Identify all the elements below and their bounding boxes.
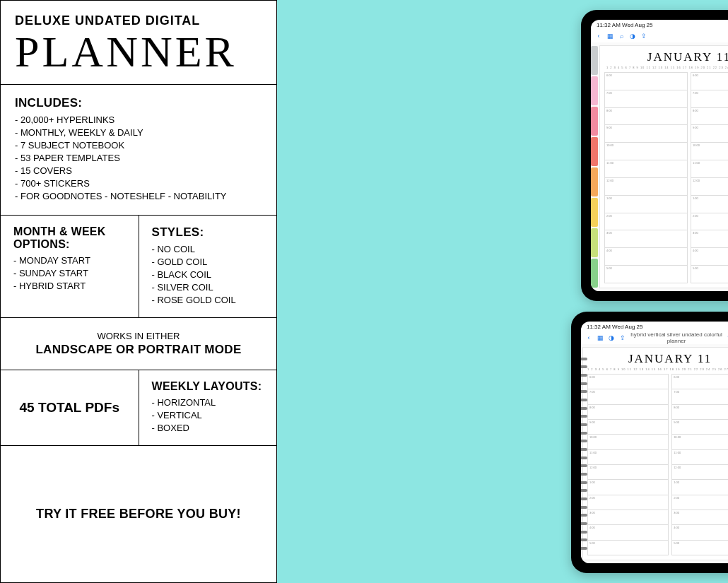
- status-bar: 11:32 AM Wed Aug 25 91%: [581, 322, 728, 331]
- subtitle: DELUXE UNDATED DIGITAL: [15, 13, 262, 28]
- styles-items: - NO COIL - GOLD COIL - BLACK COIL - SIL…: [152, 244, 264, 305]
- grid-icon[interactable]: ▦: [597, 334, 604, 341]
- page-title: JANUARY 11: [587, 352, 728, 366]
- status-time: 11:32 AM Wed Aug 25: [597, 22, 652, 28]
- month-week-heading: MONTH & WEEK OPTIONS:: [13, 225, 126, 251]
- doc-title: hybrid vertical silver undated colorful …: [630, 331, 722, 344]
- weekly-col: WEEKLY LAYOUTS: - HORIZONTAL - VERTICAL …: [139, 370, 277, 445]
- list-item: - 700+ STICKERS: [15, 178, 262, 189]
- ipad-landscape: 11:32 AM Wed Aug 25 91% ‹ ▦ ⌕ ◑ ⇪ monday…: [581, 10, 728, 301]
- screen: 11:32 AM Wed Aug 25 91% ‹ ▦ ⌕ ◑ ⇪ monday…: [591, 20, 728, 291]
- share-icon[interactable]: ⇪: [619, 334, 626, 341]
- mockup-panel: 11:32 AM Wed Aug 25 91% ‹ ▦ ⌕ ◑ ⇪ monday…: [277, 0, 728, 583]
- list-item: - BLACK COIL: [152, 269, 264, 280]
- mode-big: LANDSCAPE OR PORTRAIT MODE: [8, 343, 269, 357]
- list-item: - HYBRID START: [13, 281, 126, 291]
- weekly-heading: WEEKLY LAYOUTS:: [152, 380, 264, 393]
- hour-col: 6:007:008:009:0010:0011:0012:001:002:003…: [587, 374, 669, 555]
- list-item: - BOXED: [152, 423, 264, 433]
- options-styles-section: MONTH & WEEK OPTIONS: - MONDAY START - S…: [1, 216, 276, 318]
- left-sheet: JANUARY 11 1 2 3 4 5 6 7 8 9 10 11 12 13…: [599, 45, 728, 288]
- includes-items: - 20,000+ HYPERLINKS - MONTHLY, WEEKLY &…: [15, 114, 262, 201]
- list-item: - 20,000+ HYPERLINKS: [15, 114, 262, 125]
- list-item: - NO COIL: [152, 244, 264, 254]
- search-icon[interactable]: ⌕: [618, 33, 625, 40]
- list-item: - VERTICAL: [152, 410, 264, 420]
- status-time: 11:32 AM Wed Aug 25: [587, 324, 642, 330]
- ipad-portrait-left: 11:32 AM Wed Aug 25 91% ‹ ▦ ◑ ⇪ hybrid v…: [571, 312, 728, 573]
- list-item: - HORIZONTAL: [152, 397, 264, 408]
- back-icon[interactable]: ‹: [585, 334, 592, 341]
- title-section: DELUXE UNDATED DIGITAL PLANNER: [1, 1, 276, 85]
- styles-heading: STYLES:: [152, 225, 264, 240]
- list-item: - SUNDAY START: [13, 268, 126, 278]
- weekly-items: - HORIZONTAL - VERTICAL - BOXED: [152, 397, 264, 433]
- left-tabs[interactable]: [591, 45, 598, 288]
- list-item: - SILVER COIL: [152, 282, 264, 293]
- try-free: TRY IT FREE BEFORE YOU BUY!: [36, 502, 241, 526]
- screen: 11:32 AM Wed Aug 25 91% ‹ ▦ ◑ ⇪ hybrid v…: [581, 322, 728, 563]
- styles-col: STYLES: - NO COIL - GOLD COIL - BLACK CO…: [139, 216, 277, 317]
- month-week-col: MONTH & WEEK OPTIONS: - MONDAY START - S…: [1, 216, 139, 317]
- list-item: - 53 PAPER TEMPLATES: [15, 153, 262, 163]
- doc-title: monday horizontal no coil undated colorf…: [652, 33, 728, 40]
- mode-section: WORKS IN EITHER LANDSCAPE OR PORTRAIT MO…: [1, 318, 276, 370]
- hour-col: 6:007:008:009:0010:0011:0012:001:002:003…: [604, 72, 688, 283]
- page-title: JANUARY 11: [604, 50, 728, 64]
- list-item: - 15 COVERS: [15, 165, 262, 176]
- total-pdfs: 45 TOTAL PDFs: [20, 387, 119, 429]
- total-weekly-section: 45 TOTAL PDFs WEEKLY LAYOUTS: - HORIZONT…: [1, 370, 276, 446]
- list-item: - MONTHLY, WEEKLY & DAILY: [15, 127, 262, 138]
- includes-heading: INCLUDES:: [15, 96, 262, 110]
- hour-col: 6:007:008:009:0010:0011:0012:001:002:003…: [691, 72, 728, 283]
- sheet: JANUARY 11 1 2 3 4 5 6 7 8 9 10 11 12 13…: [582, 347, 728, 560]
- day-strip: 1 2 3 4 5 6 7 8 9 10 11 12 13 14 15 16 1…: [587, 367, 728, 371]
- back-icon[interactable]: ‹: [595, 33, 602, 40]
- grid-icon[interactable]: ▦: [606, 33, 613, 40]
- coil-binding: [581, 355, 587, 553]
- list-item: - GOLD COIL: [152, 257, 264, 267]
- try-section: TRY IT FREE BEFORE YOU BUY!: [1, 446, 276, 582]
- app-toolbar: ‹ ▦ ◑ ⇪ hybrid vertical silver undated c…: [581, 331, 728, 344]
- bookmark-icon[interactable]: ◑: [629, 33, 636, 40]
- bookmark-icon[interactable]: ◑: [608, 334, 615, 341]
- share-icon[interactable]: ⇪: [640, 33, 647, 40]
- hour-columns: 6:007:008:009:0010:0011:0012:001:002:003…: [587, 374, 728, 555]
- app-toolbar: ‹ ▦ ⌕ ◑ ⇪ monday horizontal no coil unda…: [591, 30, 728, 42]
- main-title: PLANNER: [15, 27, 262, 77]
- planner-page: JANUARY 11 1 2 3 4 5 6 7 8 9 10 11 12 13…: [591, 42, 728, 291]
- list-item: - 7 SUBJECT NOTEBOOK: [15, 140, 262, 151]
- hour-columns: 6:007:008:009:0010:0011:0012:001:002:003…: [604, 72, 728, 283]
- hour-col: 6:007:008:009:0010:0011:0012:001:002:003…: [671, 374, 728, 555]
- planner-page: JANUARY 11 1 2 3 4 5 6 7 8 9 10 11 12 13…: [581, 344, 728, 563]
- total-col: 45 TOTAL PDFs: [1, 370, 139, 445]
- list-item: - ROSE GOLD COIL: [152, 295, 264, 305]
- list-item: - FOR GOODNOTES - NOTESHELF - NOTABILITY: [15, 191, 262, 201]
- month-week-items: - MONDAY START - SUNDAY START - HYBRID S…: [13, 255, 126, 291]
- list-item: - MONDAY START: [13, 255, 126, 266]
- day-strip: 1 2 3 4 5 6 7 8 9 10 11 12 13 14 15 16 1…: [604, 66, 728, 69]
- info-panel: DELUXE UNDATED DIGITAL PLANNER INCLUDES:…: [0, 0, 277, 583]
- spread: JANUARY 11 1 2 3 4 5 6 7 8 9 10 11 12 13…: [598, 45, 728, 288]
- includes-section: INCLUDES: - 20,000+ HYPERLINKS - MONTHLY…: [1, 85, 276, 216]
- mode-small: WORKS IN EITHER: [8, 331, 269, 343]
- status-bar: 11:32 AM Wed Aug 25 91%: [591, 20, 728, 30]
